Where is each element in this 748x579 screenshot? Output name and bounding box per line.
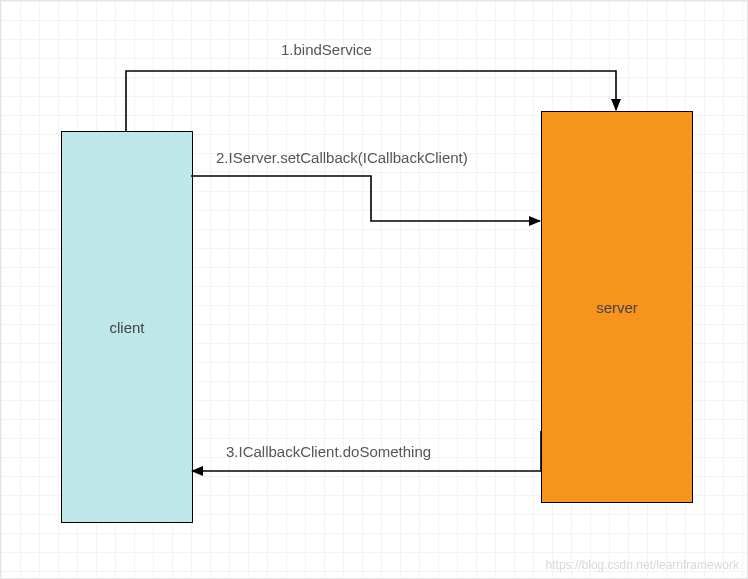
node-server-label: server [596,299,638,316]
node-client: client [61,131,193,523]
arrow-label-setcallback: 2.IServer.setCallback(ICallbackClient) [216,149,468,166]
arrow-setcallback [191,176,540,221]
node-server: server [541,111,693,503]
arrow-label-bindservice: 1.bindService [281,41,372,58]
arrow-label-dosomething: 3.ICallbackClient.doSomething [226,443,431,460]
node-client-label: client [109,319,144,336]
diagram-canvas: client server 1.bindService 2.IServer.se… [0,0,748,579]
watermark: https://blog.csdn.net/learnframework [546,558,739,572]
